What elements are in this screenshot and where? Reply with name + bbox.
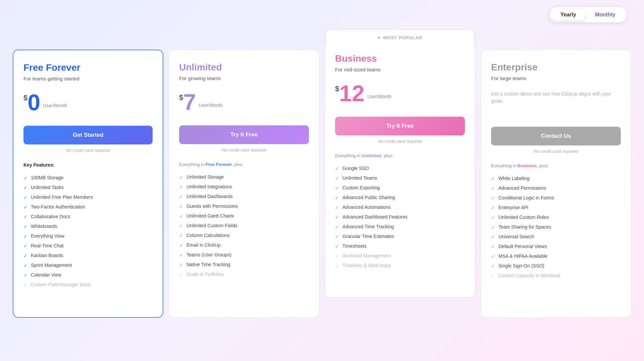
check-icon: ✓ (335, 176, 339, 181)
check-icon: ✓ (179, 252, 183, 258)
list-item: ✓Workload Management (335, 251, 465, 261)
feature-text: Workload Management (342, 253, 391, 258)
enterprise-cta-button[interactable]: Contact Us (491, 127, 621, 145)
feature-text: Single Sign-On (SSO) (498, 263, 544, 268)
feature-text: Universal Search (498, 234, 534, 239)
check-icon: ✓ (179, 223, 183, 229)
list-item: ✓Single Sign-On (SSO) (491, 261, 621, 271)
feature-text: Native Time Tracking (186, 262, 230, 267)
free-plan-name: Free Forever (23, 62, 153, 73)
check-icon: ✓ (23, 185, 28, 190)
list-item: ✓Advanced Time Tracking (335, 222, 465, 232)
most-popular-badge: ♥ MOST POPULAR (325, 29, 475, 46)
check-icon: ✓ (23, 253, 28, 258)
feature-text: Goals & Portfolios (186, 272, 224, 277)
feature-text: Everything View (31, 233, 64, 239)
check-icon: ✓ (179, 243, 183, 248)
check-icon: ✓ (23, 234, 28, 239)
check-icon: ✓ (23, 263, 28, 268)
check-icon: ✓ (179, 184, 183, 190)
check-icon: ✓ (491, 215, 495, 220)
check-icon: ✓ (491, 254, 495, 259)
check-icon: ✓ (335, 244, 339, 249)
list-item: ✓Team Sharing for Spaces (491, 222, 621, 232)
yearly-toggle-btn[interactable]: Yearly (551, 9, 586, 20)
check-icon: ✓ (491, 176, 495, 181)
enterprise-no-credit: No credit card required (491, 149, 621, 154)
most-popular-text: MOST POPULAR (383, 35, 422, 40)
list-item: ✓Everything View (23, 231, 153, 241)
check-icon: ✓ (23, 273, 28, 278)
feature-text: Advanced Time Tracking (342, 224, 394, 229)
free-feature-list: ✓100MB Storage ✓Unlimited Tasks ✓Unlimit… (23, 173, 153, 290)
feature-text: Timesheets (342, 243, 367, 249)
free-price-number: 0 (28, 91, 40, 114)
business-cta-button[interactable]: Try It Free (335, 117, 465, 135)
feature-text: Unlimited Dashboards (186, 194, 233, 199)
list-item: ✓100MB Storage (23, 173, 153, 183)
list-item: ✓Unlimited Custom Fields (179, 221, 309, 231)
plan-ref: Business (518, 163, 537, 168)
feature-text: Two-Factor Authentication (31, 204, 85, 209)
feature-text: Custom Exporting (342, 185, 380, 190)
check-icon: ✓ (491, 263, 495, 269)
enterprise-feature-list: ✓White Labeling ✓Advanced Permissions ✓C… (491, 174, 621, 281)
feature-text: Unlimited Teams (342, 175, 377, 181)
unlimited-price-container: $ 7 User/Month (179, 91, 309, 113)
check-icon: ✓ (491, 244, 495, 249)
unlimited-price-unit: User/Month (199, 103, 223, 108)
unlimited-plan-description: For growing teams (179, 75, 309, 81)
check-icon: ✓ (23, 214, 28, 220)
list-item: ✓Column Calculations (179, 231, 309, 240)
unlimited-cta-button[interactable]: Try It Free (179, 125, 309, 144)
list-item: ✓Advanced Public Sharing (335, 193, 465, 202)
feature-text: Real-Time Chat (31, 243, 64, 248)
list-item: ✓Native Time Tracking (179, 260, 309, 269)
check-icon: ✓ (335, 263, 339, 268)
unlimited-everything-in: Everything in Free Forever, plus: (179, 162, 309, 167)
plan-ref: Unlimited (362, 153, 381, 158)
check-icon: ✓ (335, 166, 339, 171)
feature-text: Unlimited Custom Roles (498, 215, 549, 220)
feature-text: Unlimited Storage (186, 174, 224, 180)
billing-toggle[interactable]: Yearly Monthly (549, 7, 627, 23)
feature-text: MSA & HIPAA Available (498, 253, 548, 259)
check-icon: ✓ (179, 272, 183, 277)
list-item: ✓Unlimited Tasks (23, 183, 153, 192)
feature-text: Google SSO (342, 166, 369, 171)
feature-text: 100MB Storage (31, 175, 63, 180)
check-icon: ✓ (335, 215, 339, 220)
check-icon: ✓ (491, 273, 495, 279)
check-icon: ✓ (335, 253, 339, 259)
business-price-dollar: $ (335, 84, 339, 93)
monthly-toggle-btn[interactable]: Monthly (586, 9, 625, 20)
list-item: ✓Guests with Permissions (179, 201, 309, 211)
free-features-header: Key Features: (23, 162, 153, 168)
list-item: ✓Unlimited Storage (179, 172, 309, 182)
check-icon: ✓ (335, 185, 339, 191)
feature-text: Email in ClickUp (186, 242, 221, 248)
plus-text: , plus: (381, 153, 393, 158)
check-icon: ✓ (23, 243, 28, 249)
enterprise-plan-description: For large teams (491, 75, 621, 81)
list-item: ✓Conditional Logic in Forms (491, 193, 621, 203)
plus-text: , plus: (232, 162, 244, 167)
unlimited-price-dollar: $ (179, 93, 183, 102)
list-item: ✓Calendar View (23, 270, 153, 280)
check-icon: ✓ (491, 205, 495, 210)
list-item: ✓Sprint Management (23, 260, 153, 270)
list-item: ✓Teams (User Groups) (179, 250, 309, 260)
list-item: ✓Custom Field Manager Basic (23, 280, 153, 290)
check-icon: ✓ (23, 175, 28, 181)
enterprise-plan-card: Enterprise For large teams Get a custom … (481, 50, 631, 318)
free-cta-button[interactable]: Get Started (23, 126, 153, 144)
feature-text: Unlimited Tasks (31, 185, 64, 190)
list-item: ✓Unlimited Free Plan Members (23, 192, 153, 202)
list-item: ✓Granular Time Estimates (335, 232, 465, 241)
list-item: ✓Default Personal Views (491, 242, 621, 251)
feature-text: Advanced Dashboard Features (342, 214, 408, 220)
check-icon: ✓ (179, 194, 183, 199)
feature-text: Enterprise API (498, 205, 529, 210)
feature-text: Advanced Permissions (498, 185, 546, 191)
feature-text: Whiteboards (31, 224, 57, 229)
